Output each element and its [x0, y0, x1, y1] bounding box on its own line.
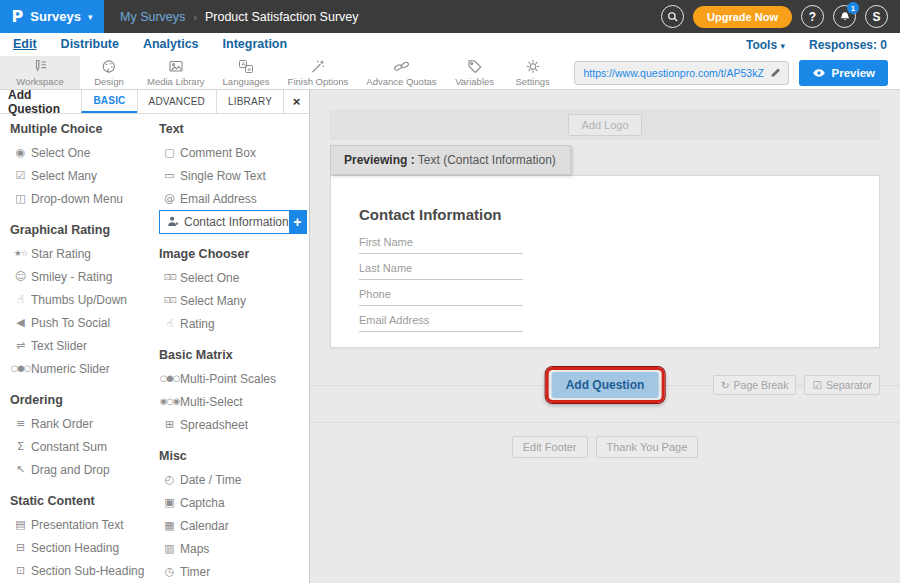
- add-selected-question-button[interactable]: +: [289, 211, 306, 233]
- question-type-label: Email Address: [180, 192, 257, 206]
- toolbar-item-variables[interactable]: Variables: [446, 56, 504, 89]
- question-type-label: Multi-Select: [180, 395, 243, 409]
- separator-button[interactable]: ☑Separator: [804, 375, 880, 395]
- edit-footer-button[interactable]: Edit Footer: [512, 436, 588, 458]
- toolbar-item-media-library[interactable]: Media Library: [138, 56, 214, 89]
- question-type-section-heading[interactable]: ⊟Section Heading: [10, 536, 159, 559]
- toolbar-item-workspace[interactable]: Workspace: [0, 56, 80, 89]
- question-type-contact-information[interactable]: Contact Information+: [159, 210, 307, 234]
- question-type-drag-and-drop[interactable]: ↖Drag and Drop: [10, 458, 159, 481]
- finish-options-wand-icon: [310, 59, 326, 74]
- page-break-button[interactable]: ↻Page Break: [713, 375, 797, 395]
- separator-checkbox-icon: ☑: [812, 379, 821, 391]
- toolbar-item-languages[interactable]: Aa Languages: [214, 56, 279, 89]
- question-type-presentation-text[interactable]: ▤Presentation Text: [10, 513, 159, 536]
- footer-row: Edit Footer Thank You Page: [330, 422, 880, 458]
- captcha-icon: ▣: [159, 497, 180, 508]
- question-type-thumbs-up-down[interactable]: ☝Thumbs Up/Down: [10, 288, 159, 311]
- add-logo-button[interactable]: Add Logo: [568, 114, 641, 136]
- question-type-label: Drop-down Menu: [31, 192, 123, 206]
- breadcrumb-my-surveys[interactable]: My Surveys: [120, 10, 185, 24]
- advance-quotas-chain-icon: [393, 59, 410, 74]
- question-type-select-one[interactable]: ◉Select One: [10, 141, 159, 164]
- tab-distribute[interactable]: Distribute: [61, 37, 119, 52]
- svg-text:A: A: [241, 61, 245, 67]
- question-type-label: Single Row Text: [180, 169, 266, 183]
- maps-icon: ▥: [159, 543, 180, 554]
- radio-icon: ◉: [10, 147, 31, 158]
- question-type-drop-down-menu[interactable]: ◫Drop-down Menu: [10, 187, 159, 210]
- thank-you-page-button[interactable]: Thank You Page: [596, 436, 699, 458]
- question-type-spreadsheet[interactable]: ⊞Spreadsheet: [159, 413, 309, 436]
- app-logo[interactable]: P Surveys ▾: [0, 0, 104, 33]
- edit-url-button[interactable]: [764, 62, 788, 84]
- question-type-single-row-text[interactable]: ▭Single Row Text: [159, 164, 309, 187]
- question-type-select-one[interactable]: ⊡⊡Select One: [159, 266, 309, 289]
- dropdown-icon: ◫: [10, 193, 31, 204]
- thumbs-rating-icon: ☝: [159, 318, 180, 329]
- tools-dropdown[interactable]: Tools ▾: [746, 38, 785, 52]
- question-type-maps[interactable]: ▥Maps: [159, 537, 309, 560]
- question-type-multi-select[interactable]: ◉○◉Multi-Select: [159, 390, 309, 413]
- question-type-section-sub-heading[interactable]: ⊡Section Sub-Heading: [10, 559, 159, 582]
- question-type-numeric-slider[interactable]: ○●○Numeric Slider: [10, 357, 159, 380]
- settings-gear-icon: [525, 59, 541, 74]
- tab-edit[interactable]: Edit: [13, 37, 37, 52]
- section-title-ordering: Ordering: [10, 393, 159, 407]
- toolbar-item-advance-quotas[interactable]: Advance Quotas: [357, 56, 445, 89]
- toolbar-item-settings[interactable]: Settings: [504, 56, 562, 89]
- add-question-panel: Add Question BASIC ADVANCED LIBRARY × Mu…: [0, 90, 310, 583]
- star-rating-icon: ★☆: [10, 249, 31, 258]
- question-type-constant-sum[interactable]: ΣConstant Sum: [10, 435, 159, 458]
- question-type-rank-order[interactable]: ≡Rank Order: [10, 412, 159, 435]
- share-social-icon: ◀: [10, 317, 31, 328]
- question-type-email-address[interactable]: @Email Address: [159, 187, 309, 210]
- question-type-label: Spreadsheet: [180, 418, 248, 432]
- section-title-graphical-rating: Graphical Rating: [10, 223, 159, 237]
- question-type-push-to-social[interactable]: ◀Push To Social: [10, 311, 159, 334]
- question-type-calendar[interactable]: ▦Calendar: [159, 514, 309, 537]
- upgrade-now-button[interactable]: Upgrade Now: [693, 6, 792, 28]
- top-header: P Surveys ▾ My Surveys › Product Satisfa…: [0, 0, 900, 33]
- question-type-select-many[interactable]: ☑Select Many: [10, 164, 159, 187]
- person-icon: [163, 215, 184, 230]
- question-type-smiley-rating[interactable]: ☺Smiley - Rating: [10, 265, 159, 288]
- question-type-captcha[interactable]: ▣Captcha: [159, 491, 309, 514]
- add-question-button[interactable]: Add Question: [552, 372, 659, 398]
- toolbar-item-design[interactable]: Design: [80, 56, 138, 89]
- notifications-button[interactable]: 1: [833, 5, 856, 28]
- help-button[interactable]: ?: [801, 5, 824, 28]
- last-name-field[interactable]: Last Name: [359, 262, 523, 280]
- responses-count[interactable]: Responses: 0: [809, 38, 887, 52]
- question-type-label: Presentation Text: [31, 518, 124, 532]
- previewing-label: Previewing : Text (Contact Information): [330, 145, 571, 175]
- avatar[interactable]: S: [865, 5, 888, 28]
- question-type-date-time[interactable]: ◴Date / Time: [159, 468, 309, 491]
- question-type-list: Multiple Choice◉Select One☑Select Many◫D…: [0, 114, 309, 583]
- tab-advanced[interactable]: ADVANCED: [137, 90, 216, 113]
- question-type-select-many[interactable]: ⊡⊡Select Many: [159, 289, 309, 312]
- first-name-field[interactable]: First Name: [359, 236, 523, 254]
- preview-button[interactable]: Preview: [799, 60, 888, 86]
- tab-library[interactable]: LIBRARY: [216, 90, 283, 113]
- question-type-comment-box[interactable]: ▢Comment Box: [159, 141, 309, 164]
- question-type-star-rating[interactable]: ★☆Star Rating: [10, 242, 159, 265]
- question-type-label: Numeric Slider: [31, 362, 110, 376]
- rank-order-icon: ≡: [10, 418, 31, 429]
- question-type-rating[interactable]: ☝Rating: [159, 312, 309, 335]
- tab-integration[interactable]: Integration: [223, 37, 288, 52]
- close-icon[interactable]: ×: [283, 90, 309, 113]
- tab-analytics[interactable]: Analytics: [143, 37, 199, 52]
- email-address-field[interactable]: Email Address: [359, 314, 523, 332]
- panel-title: Add Question: [0, 90, 81, 113]
- question-type-text-slider[interactable]: ⇌Text Slider: [10, 334, 159, 357]
- logo-banner: Add Logo: [330, 110, 880, 140]
- comment-box-icon: ▢: [159, 147, 180, 158]
- tab-basic[interactable]: BASIC: [81, 90, 136, 113]
- question-type-timer[interactable]: ◷Timer: [159, 560, 309, 583]
- search-button[interactable]: [661, 5, 684, 28]
- survey-url[interactable]: https://www.questionpro.com/t/AP53kZgUI: [575, 67, 764, 79]
- phone-field[interactable]: Phone: [359, 288, 523, 306]
- toolbar-item-finish-options[interactable]: Finish Options: [279, 56, 358, 89]
- question-type-multi-point-scales[interactable]: ○●○Multi-Point Scales: [159, 367, 309, 390]
